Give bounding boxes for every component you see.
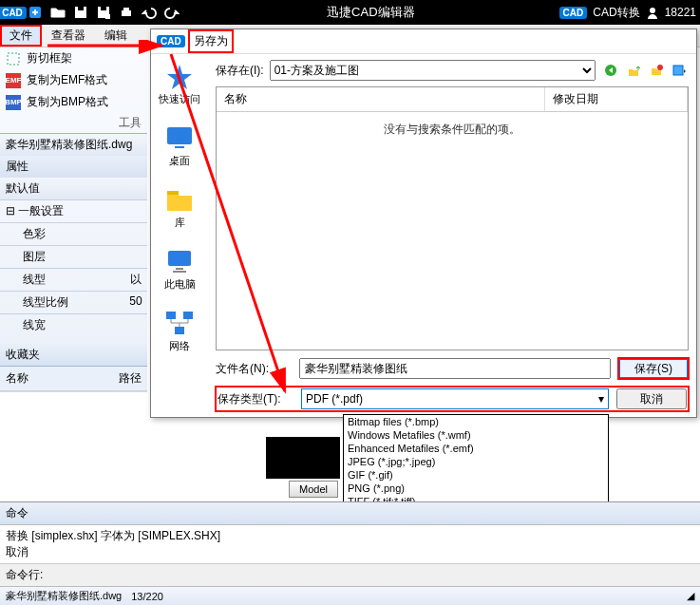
col-date[interactable]: 修改日期: [545, 87, 688, 111]
svg-rect-11: [167, 127, 192, 144]
props-header: 属性: [0, 156, 147, 178]
menu-file[interactable]: 文件: [0, 25, 42, 47]
filetype-option[interactable]: Bitmap files (*.bmp): [344, 415, 608, 428]
svg-rect-6: [122, 10, 131, 16]
favorites-header: 收藏夹: [0, 344, 147, 366]
new-icon[interactable]: [25, 2, 46, 23]
defaults-label: 默认值: [0, 178, 147, 199]
filetype-option[interactable]: JPEG (*.jpg;*.jpeg): [344, 455, 608, 468]
open-icon[interactable]: [47, 2, 68, 23]
undo-icon[interactable]: [139, 2, 160, 23]
drawing-canvas[interactable]: [266, 437, 340, 479]
cad-app-icon: CAD: [2, 2, 23, 23]
status-grip-icon: ◢: [687, 590, 694, 602]
place-quick[interactable]: 快速访问: [159, 62, 200, 106]
place-desktop[interactable]: 桌面: [163, 123, 196, 168]
save-button[interactable]: 保存(S): [618, 358, 689, 379]
svg-rect-13: [167, 191, 179, 195]
svg-rect-9: [8, 53, 19, 65]
svg-rect-2: [78, 7, 84, 10]
filetype-label: 保存类型(T):: [218, 391, 293, 407]
dialog-title: 另存为: [191, 32, 231, 50]
app-title: 迅捷CAD编辑器: [182, 4, 559, 21]
save-as-dialog: CAD 另存为 快速访问 桌面 库 此电脑 网络: [150, 28, 697, 418]
user-count: 18221: [665, 6, 696, 19]
copy-emf[interactable]: EMF 复制为EMF格式: [0, 69, 147, 91]
filename-label: 文件名(N):: [216, 361, 292, 377]
svg-point-21: [657, 65, 663, 70]
model-tab[interactable]: Model: [289, 481, 338, 498]
crop-frame[interactable]: 剪切框架: [0, 47, 147, 69]
command-panel: 命令 替换 [simplex.shx] 字体为 [SIMPLEX.SHX] 取消…: [0, 501, 700, 605]
filetype-option[interactable]: Enhanced Metafiles (*.emf): [344, 442, 608, 455]
cad-badge-icon: CAD: [559, 7, 588, 19]
svg-rect-19: [175, 327, 184, 334]
svg-rect-5: [105, 14, 110, 19]
file-list[interactable]: 名称 修改日期 没有与搜索条件匹配的项。: [216, 86, 689, 350]
prop-color[interactable]: 色彩: [0, 222, 147, 245]
new-folder-icon[interactable]: [647, 61, 666, 80]
col-name[interactable]: 名称: [217, 87, 545, 111]
svg-rect-17: [166, 312, 176, 319]
place-network[interactable]: 网络: [163, 309, 196, 353]
back-icon[interactable]: [601, 61, 620, 80]
save-in-label: 保存在(I):: [216, 63, 264, 79]
prop-linetype[interactable]: 线型以: [0, 268, 147, 291]
svg-rect-18: [183, 312, 193, 319]
place-library[interactable]: 库: [163, 185, 196, 230]
empty-message: 没有与搜索条件匹配的项。: [217, 112, 688, 147]
redo-icon[interactable]: [161, 2, 182, 23]
menu-editor[interactable]: 编辑: [95, 25, 137, 47]
view-menu-icon[interactable]: [670, 61, 689, 80]
command-input[interactable]: [47, 568, 694, 582]
file-tab[interactable]: 豪华别墅精装修图纸.dwg: [0, 134, 147, 156]
favorites-list: [0, 391, 147, 477]
user-icon: [646, 6, 659, 19]
general-group[interactable]: ⊟ 一般设置: [0, 199, 147, 222]
filename-input[interactable]: [299, 358, 611, 379]
svg-rect-4: [101, 7, 106, 10]
prop-linescale[interactable]: 线型比例50: [0, 291, 147, 313]
copy-bmp[interactable]: BMP 复制为BMP格式: [0, 91, 147, 113]
favorites-columns: 名称 路径: [0, 366, 147, 391]
fav-col-path[interactable]: 路径: [113, 367, 147, 390]
filetype-option[interactable]: GIF (*.gif): [344, 468, 608, 482]
svg-point-8: [650, 8, 655, 13]
prop-layer[interactable]: 图层: [0, 245, 147, 268]
svg-marker-10: [167, 65, 192, 89]
filetype-option[interactable]: PNG (*.png): [344, 482, 608, 495]
place-thispc[interactable]: 此电脑: [163, 247, 196, 292]
saveas-icon[interactable]: [93, 2, 114, 23]
svg-rect-14: [168, 251, 191, 266]
svg-rect-7: [123, 8, 129, 10]
places-bar: 快速访问 桌面 库 此电脑 网络: [151, 54, 208, 417]
status-filename: 豪华别墅精装修图纸.dwg: [6, 589, 122, 603]
prop-lineweight[interactable]: 线宽: [0, 313, 147, 336]
command-output: 替换 [simplex.shx] 字体为 [SIMPLEX.SHX] 取消: [0, 525, 700, 563]
title-bar: CAD 迅捷CAD编辑器 CAD CAD转换 18221: [0, 0, 700, 25]
command-label: 命令行:: [6, 567, 43, 583]
command-header: 命令: [0, 502, 700, 525]
filetype-option[interactable]: Windows Metafiles (*.wmf): [344, 428, 608, 442]
chevron-down-icon: ▾: [598, 392, 604, 406]
menu-viewer[interactable]: 查看器: [42, 25, 95, 47]
cad-convert-link[interactable]: CAD转换: [593, 5, 639, 21]
dialog-app-icon: CAD: [157, 35, 185, 47]
up-icon[interactable]: [624, 61, 643, 80]
crop-icon: [6, 51, 21, 66]
left-panel: 剪切框架 EMF 复制为EMF格式 BMP 复制为BMP格式 工具 豪华别墅精装…: [0, 47, 147, 477]
bmp-icon: BMP: [6, 95, 21, 110]
tools-header: 工具: [0, 113, 147, 133]
print-icon[interactable]: [116, 2, 137, 23]
status-pages: 13/220: [131, 591, 163, 602]
save-icon[interactable]: [70, 2, 91, 23]
svg-rect-22: [673, 66, 683, 75]
filetype-combo[interactable]: PDF (*.pdf) ▾: [301, 388, 609, 409]
cancel-button[interactable]: 取消: [616, 388, 687, 409]
svg-rect-15: [176, 268, 183, 270]
folder-select[interactable]: 01-方案及施工图: [270, 60, 596, 81]
fav-col-name[interactable]: 名称: [0, 367, 113, 390]
emf-icon: EMF: [6, 73, 21, 88]
svg-rect-16: [173, 271, 186, 273]
svg-rect-12: [175, 146, 184, 148]
